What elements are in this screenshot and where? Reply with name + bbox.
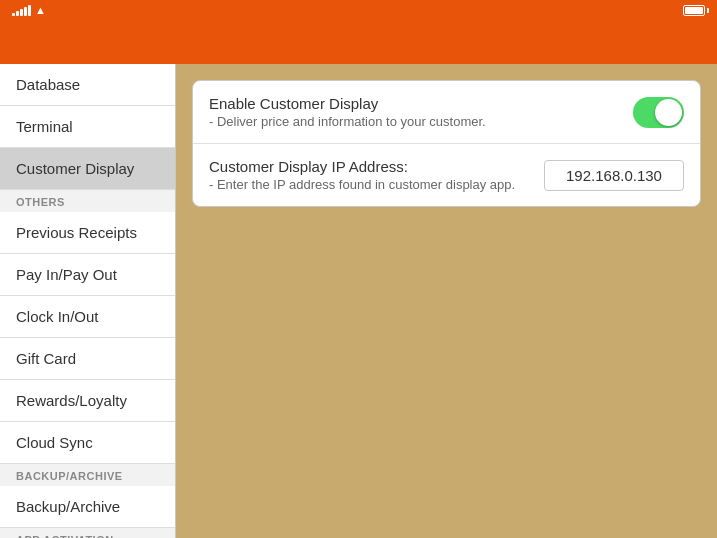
battery-icon xyxy=(683,5,709,16)
sidebar-item-backup-archive[interactable]: Backup/Archive xyxy=(0,486,175,528)
sidebar-item-gift-card[interactable]: Gift Card xyxy=(0,338,175,380)
sidebar-section-app-activation: APP ACTIVATION xyxy=(0,528,175,538)
sidebar-item-customer-display[interactable]: Customer Display xyxy=(0,148,175,190)
main-content: Database Terminal Customer Display OTHER… xyxy=(0,64,717,538)
sidebar-item-terminal[interactable]: Terminal xyxy=(0,106,175,148)
customer-display-ip-title: Customer Display IP Address: xyxy=(209,158,515,175)
signal-bars-icon xyxy=(12,4,31,16)
customer-display-ip-input[interactable] xyxy=(544,160,684,191)
status-bar: ▲ xyxy=(0,0,717,20)
toggle-knob xyxy=(655,99,682,126)
status-left: ▲ xyxy=(8,4,46,16)
nav-bar xyxy=(0,20,717,64)
sidebar-item-rewards-loyalty[interactable]: Rewards/Loyalty xyxy=(0,380,175,422)
sidebar-item-cloud-sync[interactable]: Cloud Sync xyxy=(0,422,175,464)
enable-customer-display-desc: - Deliver price and information to your … xyxy=(209,114,486,129)
enable-customer-display-row: Enable Customer Display - Deliver price … xyxy=(193,81,700,144)
sidebar: Database Terminal Customer Display OTHER… xyxy=(0,64,176,538)
wifi-icon: ▲ xyxy=(35,4,46,16)
status-right xyxy=(679,5,709,16)
customer-display-ip-desc: - Enter the IP address found in customer… xyxy=(209,177,515,192)
sidebar-item-database[interactable]: Database xyxy=(0,64,175,106)
sidebar-item-clock-in-out[interactable]: Clock In/Out xyxy=(0,296,175,338)
sidebar-item-pay-in-pay-out[interactable]: Pay In/Pay Out xyxy=(0,254,175,296)
sidebar-section-backup-archive: BACKUP/ARCHIVE xyxy=(0,464,175,486)
sidebar-section-others: OTHERS xyxy=(0,190,175,212)
settings-card: Enable Customer Display - Deliver price … xyxy=(192,80,701,207)
sidebar-item-previous-receipts[interactable]: Previous Receipts xyxy=(0,212,175,254)
enable-customer-display-title: Enable Customer Display xyxy=(209,95,486,112)
enable-customer-display-toggle[interactable] xyxy=(633,97,684,128)
customer-display-ip-row: Customer Display IP Address: - Enter the… xyxy=(193,144,700,206)
detail-pane: Enable Customer Display - Deliver price … xyxy=(176,64,717,538)
